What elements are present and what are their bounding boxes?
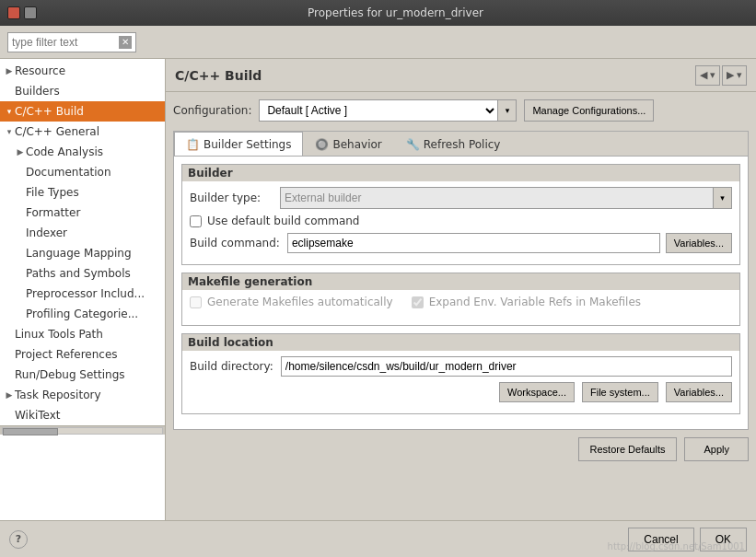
sidebar-label-resource: Resource	[15, 64, 65, 77]
window-title: Properties for ur_modern_driver	[42, 6, 749, 19]
sidebar-item-language-mapping[interactable]: Language Mapping	[0, 243, 165, 263]
build-command-wrapper: Variables...	[287, 233, 732, 253]
sidebar-item-builders[interactable]: Builders	[0, 81, 165, 101]
sidebar-label-documentation: Documentation	[26, 166, 111, 179]
workspace-button[interactable]: Workspace...	[499, 382, 575, 402]
filter-input-wrapper: ✕	[7, 32, 136, 52]
panel-nav-buttons: ◀ ▾ ▶ ▾	[695, 65, 747, 86]
builder-section-body: Builder type: ▾ Use default build	[182, 181, 739, 264]
search-input[interactable]	[12, 36, 113, 49]
sidebar-item-paths-and-symbols[interactable]: Paths and Symbols	[0, 263, 165, 284]
tree-arrow-file-types	[15, 187, 26, 198]
generate-makefiles-row: Generate Makefiles automatically	[190, 296, 393, 308]
minimize-button[interactable]	[24, 6, 37, 19]
sidebar-item-run-debug-settings[interactable]: Run/Debug Settings	[0, 365, 165, 385]
sidebar-item-documentation[interactable]: Documentation	[0, 162, 165, 182]
sidebar-item-code-analysis[interactable]: ▶ Code Analysis	[0, 142, 165, 162]
sidebar-item-linux-tools-path[interactable]: Linux Tools Path	[0, 324, 165, 344]
panel-content: Configuration: Default [ Active ] ▾ Mana…	[166, 92, 756, 520]
nav-back-button[interactable]: ◀ ▾	[695, 65, 720, 86]
filter-clear-button[interactable]: ✕	[119, 36, 132, 49]
sidebar-scrollbar-track[interactable]	[2, 427, 163, 435]
builder-settings-tab-label: Builder Settings	[204, 138, 291, 151]
build-command-variables-button[interactable]: Variables...	[666, 233, 732, 253]
behavior-tab-label: Behavior	[332, 138, 381, 151]
build-directory-label: Build directory:	[190, 360, 273, 373]
help-button[interactable]: ?	[9, 530, 28, 549]
tree-arrow-language-mapping	[15, 248, 26, 259]
builder-section: Builder Builder type: ▾	[181, 164, 740, 265]
use-default-label: Use default build command	[207, 215, 360, 227]
tree-arrow-linux-tools-path	[4, 329, 15, 340]
content-area: ▶ Resource Builders ▾ C/C++ Build ▾ C/C+…	[0, 59, 756, 520]
sidebar-scrollbar[interactable]	[0, 425, 165, 435]
right-panel: C/C++ Build ◀ ▾ ▶ ▾ Configuration: Defau…	[166, 59, 756, 520]
generate-makefiles-checkbox[interactable]	[190, 296, 202, 308]
tree-arrow-indexer	[15, 227, 26, 238]
builder-type-label: Builder type:	[190, 191, 273, 204]
tree-arrow-resource: ▶	[4, 65, 15, 76]
window-controls[interactable]	[7, 6, 37, 19]
config-select[interactable]: Default [ Active ]	[260, 103, 497, 118]
sidebar: ▶ Resource Builders ▾ C/C++ Build ▾ C/C+…	[0, 59, 166, 520]
sidebar-item-indexer[interactable]: Indexer	[0, 223, 165, 243]
expand-env-checkbox[interactable]	[412, 296, 424, 308]
sidebar-label-profiling: Profiling Categorie...	[26, 308, 138, 320]
sidebar-label-indexer: Indexer	[26, 226, 67, 239]
sidebar-label-builders: Builders	[15, 85, 60, 98]
builder-type-select-wrapper: ▾	[280, 187, 732, 209]
builder-type-select[interactable]	[281, 191, 713, 204]
sidebar-label-code-analysis: Code Analysis	[26, 145, 103, 158]
sidebar-item-preprocessor[interactable]: Preprocessor Includ...	[0, 284, 165, 304]
sidebar-item-formatter[interactable]: Formatter	[0, 203, 165, 223]
refresh-policy-tab-icon: 🔧	[406, 138, 420, 151]
location-buttons-row: Workspace... File system... Variables...	[190, 382, 732, 402]
config-dropdown-icon[interactable]: ▾	[497, 100, 516, 121]
sidebar-scrollbar-thumb[interactable]	[3, 428, 58, 435]
sidebar-item-cpp-build[interactable]: ▾ C/C++ Build	[0, 101, 165, 122]
sidebar-label-cpp-build: C/C++ Build	[15, 105, 84, 118]
sidebar-item-profiling[interactable]: Profiling Categorie...	[0, 304, 165, 324]
tab-builder-settings[interactable]: 📋 Builder Settings	[174, 132, 303, 156]
main-container: ✕ ▶ Resource Builders ▾ C/C++ Build ▾	[0, 26, 756, 557]
tree-arrow-formatter	[15, 207, 26, 218]
sidebar-label-project-references: Project References	[15, 348, 118, 361]
footer: ? Cancel OK	[0, 520, 756, 557]
builder-type-dropdown-icon[interactable]: ▾	[713, 188, 731, 208]
sidebar-item-wikitext[interactable]: WikiText	[0, 405, 165, 425]
sidebar-label-task-repository: Task Repository	[15, 389, 101, 401]
makefile-section: Makefile generation Generate Makefiles a…	[181, 273, 740, 326]
location-variables-button[interactable]: Variables...	[666, 382, 732, 402]
build-command-row: Build command: Variables...	[190, 233, 732, 253]
tree-arrow-run-debug-settings	[4, 369, 15, 380]
sidebar-item-cpp-general[interactable]: ▾ C/C++ General	[0, 122, 165, 142]
use-default-checkbox[interactable]	[190, 215, 202, 227]
sidebar-item-task-repository[interactable]: ▶ Task Repository	[0, 385, 165, 405]
generate-makefiles-label: Generate Makefiles automatically	[207, 296, 393, 308]
footer-left: ?	[9, 530, 28, 549]
sidebar-item-project-references[interactable]: Project References	[0, 344, 165, 365]
nav-forward-button[interactable]: ▶ ▾	[722, 65, 747, 86]
sidebar-label-wikitext: WikiText	[15, 409, 61, 422]
sidebar-item-resource[interactable]: ▶ Resource	[0, 61, 165, 81]
tree-arrow-task-repository: ▶	[4, 389, 15, 400]
tree-arrow-builders	[4, 86, 15, 97]
builder-section-title: Builder	[182, 165, 739, 181]
build-command-input[interactable]	[287, 233, 660, 253]
sidebar-label-preprocessor: Preprocessor Includ...	[26, 287, 145, 300]
build-directory-input[interactable]	[281, 356, 732, 377]
tab-refresh-policy[interactable]: 🔧 Refresh Policy	[394, 132, 513, 156]
tree-arrow-cpp-build: ▾	[4, 106, 15, 117]
apply-button[interactable]: Apply	[684, 437, 749, 461]
sidebar-item-file-types[interactable]: File Types	[0, 182, 165, 203]
tree-arrow-project-references	[4, 349, 15, 360]
tab-behavior[interactable]: 🔘 Behavior	[303, 132, 393, 156]
use-default-row: Use default build command	[190, 215, 732, 227]
restore-defaults-button[interactable]: Restore Defaults	[578, 437, 678, 461]
manage-configurations-button[interactable]: Manage Configurations...	[524, 99, 654, 122]
file-system-button[interactable]: File system...	[582, 382, 658, 402]
close-button[interactable]	[7, 6, 20, 19]
tree-arrow-paths-and-symbols	[15, 268, 26, 279]
makefile-checkboxes-row: Generate Makefiles automatically Expand …	[190, 296, 732, 314]
sidebar-label-cpp-general: C/C++ General	[15, 125, 99, 138]
